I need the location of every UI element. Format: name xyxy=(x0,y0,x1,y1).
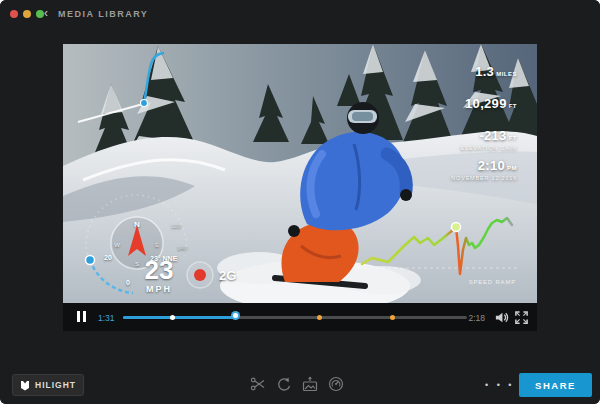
trim-scissors-icon[interactable] xyxy=(250,376,266,392)
clock-value: 2:10 xyxy=(478,158,505,173)
clock-unit: PM xyxy=(507,165,517,171)
scale-140: 140 xyxy=(177,245,188,251)
seek-bar-progress xyxy=(123,316,237,319)
elevation-label: ELEVATION GAIN xyxy=(461,145,517,151)
playhead-handle[interactable] xyxy=(231,311,240,320)
gauges-overlay-icon[interactable] xyxy=(328,376,344,392)
frame-grab-icon[interactable] xyxy=(302,376,318,392)
speed-graph-marker xyxy=(452,223,461,232)
speed-graph-label: SPEED RAMP xyxy=(469,279,516,285)
seek-bar[interactable] xyxy=(123,316,467,319)
date-label: NOVEMBER 12 2016 xyxy=(451,175,517,181)
compass-east: E xyxy=(155,242,159,248)
stat-elevation-gain: -213FT ELEVATION GAIN xyxy=(461,126,517,151)
hilight-tag-icon xyxy=(20,380,30,391)
stat-altitude: 10,299FT xyxy=(465,94,517,112)
share-button-label: SHARE xyxy=(535,380,576,391)
compass-west: W xyxy=(114,242,120,248)
elevation-unit: FT xyxy=(509,135,517,141)
playback-control-bar: 1:31 2:18 xyxy=(63,303,537,331)
distance-value: 1.3 xyxy=(475,64,494,79)
seek-marker-dot[interactable] xyxy=(170,315,175,320)
rotate-icon[interactable] xyxy=(276,376,292,392)
media-library-title[interactable]: MEDIA LIBRARY xyxy=(58,9,148,19)
zoom-window-button[interactable] xyxy=(36,10,44,18)
scale-0: 0 xyxy=(126,279,130,286)
back-chevron-icon[interactable]: ‹ xyxy=(44,7,48,19)
share-button[interactable]: SHARE xyxy=(519,373,592,397)
hilight-marker-2[interactable] xyxy=(390,315,395,320)
fullscreen-icon[interactable] xyxy=(514,310,529,325)
speed-graph: SPEED RAMP xyxy=(358,204,523,299)
hilight-marker-1[interactable] xyxy=(317,315,322,320)
bottom-toolbar: HILIGHT xyxy=(0,331,600,404)
current-time: 1:31 xyxy=(98,313,115,323)
speed-compass-gauge: N W E S 20 0 120 140 23° NNE 23 MPH 2G xyxy=(71,172,301,300)
duration-time: 2:18 xyxy=(468,313,485,323)
compass-south: S xyxy=(135,261,139,267)
titlebar: ‹ MEDIA LIBRARY xyxy=(0,0,600,28)
speed-value: 23 xyxy=(145,255,174,285)
volume-icon[interactable] xyxy=(494,310,509,325)
gforce-value: 2G xyxy=(219,268,236,283)
altitude-value: 10,299 xyxy=(465,96,507,111)
altitude-unit: FT xyxy=(509,103,517,109)
close-window-button[interactable] xyxy=(10,10,18,18)
stat-time: 2:10PM NOVEMBER 12 2016 xyxy=(451,156,517,181)
stat-distance: 1.3MILES xyxy=(475,62,517,80)
app-window: ‹ MEDIA LIBRARY xyxy=(0,0,600,404)
hilight-button[interactable]: HILIGHT xyxy=(12,374,84,396)
pause-button[interactable] xyxy=(77,311,87,322)
distance-unit: MILES xyxy=(496,71,517,77)
scale-120: 120 xyxy=(171,223,182,229)
speed-graph-line xyxy=(362,218,512,274)
elevation-value: -213 xyxy=(479,128,506,143)
hilight-button-label: HILIGHT xyxy=(35,380,76,390)
gforce-dot xyxy=(194,269,206,281)
video-viewport[interactable]: 1.3MILES 10,299FT -213FT ELEVATION GAIN … xyxy=(63,44,537,303)
scale-20: 20 xyxy=(104,254,112,261)
speed-arc-marker xyxy=(86,256,95,265)
edit-tools xyxy=(250,376,344,392)
traffic-lights xyxy=(10,10,44,18)
minimize-window-button[interactable] xyxy=(23,10,31,18)
speed-unit: MPH xyxy=(146,284,172,294)
more-options-button[interactable]: • • • xyxy=(485,380,514,390)
